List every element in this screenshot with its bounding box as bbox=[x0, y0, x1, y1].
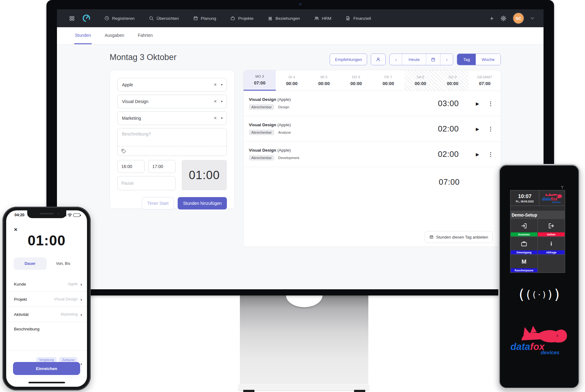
play-icon[interactable]: ▶ bbox=[476, 127, 479, 131]
notch bbox=[27, 210, 66, 218]
offer-hours-button[interactable]: Stunden diesen Tag anbieten bbox=[425, 231, 493, 243]
nav-label: Planung bbox=[201, 16, 216, 21]
kebab-menu-icon[interactable]: ⋮ bbox=[488, 152, 493, 157]
tab-fahrten[interactable]: Fahrten bbox=[137, 27, 153, 44]
tab-stunden[interactable]: Stunden bbox=[74, 27, 92, 44]
building-icon bbox=[268, 16, 273, 21]
kunde-select[interactable]: Apple × ▾ bbox=[117, 78, 227, 92]
tag-woche-toggle: Tag Woche bbox=[457, 54, 501, 65]
nav-item-finanziell[interactable]: Finanziell bbox=[345, 16, 371, 21]
terminal-keypad: Kommen Gehen Dienstgang i Abfrage M Ra bbox=[511, 219, 565, 272]
clear-icon[interactable]: × bbox=[214, 99, 217, 104]
terminal-clock: 10:07 Fr., 18.03.2222 bbox=[511, 191, 539, 205]
activity-label: Design bbox=[278, 105, 289, 109]
key-abfrage[interactable]: i Abfrage bbox=[538, 237, 565, 254]
einreichen-button[interactable]: Einreichen bbox=[13, 362, 80, 375]
day-column-fr[interactable]: FR 700:00 bbox=[372, 70, 405, 91]
svg-text:devices: devices bbox=[541, 350, 560, 355]
terminal-lcd: 10:07 Fr., 18.03.2222 datafox devices De… bbox=[510, 190, 565, 273]
key-gehen[interactable]: Gehen bbox=[538, 219, 565, 236]
list-item-beschreibung[interactable]: Beschreibung bbox=[6, 322, 87, 351]
empfehlungen-button[interactable]: Empfehlungen bbox=[330, 54, 367, 65]
caret-down-icon[interactable]: ▾ bbox=[221, 100, 223, 103]
entry-time: 02:00 bbox=[430, 149, 459, 159]
play-icon[interactable]: ▶ bbox=[476, 152, 479, 157]
time-entry-form: Apple × ▾ Visual Design × ▾ Marketing × … bbox=[110, 70, 235, 209]
search-icon bbox=[149, 16, 154, 21]
monitor-screen: Registrieren Übersichten Planung Projekt… bbox=[57, 9, 544, 289]
pause-input[interactable] bbox=[117, 176, 176, 190]
add-hours-button[interactable]: Stunden hinzufügen bbox=[178, 197, 227, 209]
caret-down-icon[interactable]: ▾ bbox=[221, 117, 223, 120]
person-filter-button[interactable] bbox=[371, 54, 386, 65]
segment-von-bis[interactable]: Von, Bis bbox=[47, 257, 80, 270]
list-item-projekt[interactable]: Projekt Visual Design › bbox=[6, 292, 87, 307]
time-entry-row: Visual Design (Apple) Abrechenbar Analys… bbox=[244, 116, 501, 142]
day-column-mo[interactable]: MO 307:00 bbox=[244, 70, 276, 91]
projekt-select[interactable]: Visual Design × ▾ bbox=[117, 95, 227, 108]
key-raucherpause[interactable]: M Raucherpause bbox=[511, 255, 537, 272]
svg-text:devices: devices bbox=[552, 201, 561, 204]
kebab-menu-icon[interactable]: ⋮ bbox=[488, 126, 493, 132]
aktivitaet-select[interactable]: Marketing × ▾ bbox=[117, 111, 227, 125]
play-icon[interactable]: ▶ bbox=[476, 101, 479, 106]
app-grid-icon[interactable] bbox=[69, 16, 75, 21]
add-icon[interactable]: + bbox=[490, 15, 494, 22]
clear-icon[interactable]: × bbox=[214, 116, 217, 121]
prev-day-button[interactable]: ‹ bbox=[390, 54, 402, 65]
gear-icon[interactable] bbox=[500, 15, 506, 21]
toggle-woche[interactable]: Woche bbox=[476, 54, 500, 65]
sub-tabbar: Stunden Ausgaben Fahrten bbox=[57, 27, 544, 45]
close-icon[interactable]: × bbox=[14, 226, 17, 232]
day-column-sa[interactable]: SA 800:00 bbox=[404, 70, 436, 91]
day-column-mi[interactable]: MI 500:00 bbox=[308, 70, 340, 91]
svg-text:datafox: datafox bbox=[510, 341, 545, 352]
kebab-menu-icon[interactable]: ⋮ bbox=[488, 101, 493, 106]
caret-down-icon[interactable]: ▾ bbox=[221, 83, 223, 86]
day-column-gesamt: GESAMT07:00 bbox=[469, 70, 501, 91]
von-time-input[interactable] bbox=[117, 160, 145, 173]
aktivitaet-value: Marketing bbox=[122, 116, 214, 121]
bis-time-input[interactable] bbox=[148, 160, 176, 173]
heute-button[interactable]: Heute bbox=[402, 54, 426, 65]
segment-dauer[interactable]: Dauer bbox=[14, 257, 47, 270]
timer-start-button[interactable]: Timer Start bbox=[142, 197, 174, 209]
key-kommen[interactable]: Kommen bbox=[511, 219, 537, 236]
day-column-di[interactable]: DI 400:00 bbox=[276, 70, 308, 91]
next-day-button[interactable]: › bbox=[440, 54, 453, 65]
toggle-tag[interactable]: Tag bbox=[457, 54, 476, 65]
activity-label: Development bbox=[278, 156, 299, 160]
day-column-do[interactable]: DO 600:00 bbox=[340, 70, 372, 91]
nav-item-hrm[interactable]: HRM bbox=[314, 16, 332, 21]
calendar-icon bbox=[193, 16, 198, 21]
day-column-so[interactable]: SO 900:00 bbox=[436, 70, 469, 91]
nav-label: Registrieren bbox=[112, 16, 135, 21]
nav-item-projekte[interactable]: Projekte bbox=[230, 16, 254, 21]
clear-icon[interactable]: × bbox=[214, 82, 217, 87]
tab-ausgaben[interactable]: Ausgaben bbox=[104, 27, 125, 44]
tag-icon[interactable] bbox=[121, 149, 126, 154]
duration-display: 01:00 bbox=[6, 232, 87, 249]
nav-item-planung[interactable]: Planung bbox=[193, 16, 216, 21]
timer-logo-icon[interactable] bbox=[82, 14, 91, 23]
nav-item-beziehungen[interactable]: Beziehungen bbox=[268, 16, 300, 21]
nav-item-uebersichten[interactable]: Übersichten bbox=[149, 16, 179, 21]
day-total: 07:00 bbox=[439, 177, 460, 187]
people-icon bbox=[314, 16, 319, 21]
key-empty bbox=[538, 255, 565, 272]
top-navbar: Registrieren Übersichten Planung Projekt… bbox=[57, 9, 544, 27]
front-camera bbox=[57, 213, 59, 215]
nav-item-registrieren[interactable]: Registrieren bbox=[104, 16, 135, 21]
description-textarea[interactable] bbox=[118, 128, 227, 146]
list-item-kunde[interactable]: Kunde Apple › bbox=[6, 277, 87, 292]
letter-m-icon: M bbox=[511, 255, 537, 268]
chevron-right-icon: › bbox=[80, 282, 82, 286]
chevron-down-icon[interactable] bbox=[531, 17, 534, 19]
briefcase-icon bbox=[230, 16, 235, 21]
calendar-picker-button[interactable] bbox=[426, 54, 440, 65]
nav-label: Projekte bbox=[238, 16, 254, 21]
key-dienstgang[interactable]: Dienstgang bbox=[511, 237, 537, 254]
avatar[interactable]: SC bbox=[513, 13, 524, 24]
projekt-value: Visual Design bbox=[122, 99, 214, 104]
list-item-aktivitaet[interactable]: Aktivität Marketing › bbox=[6, 307, 87, 322]
